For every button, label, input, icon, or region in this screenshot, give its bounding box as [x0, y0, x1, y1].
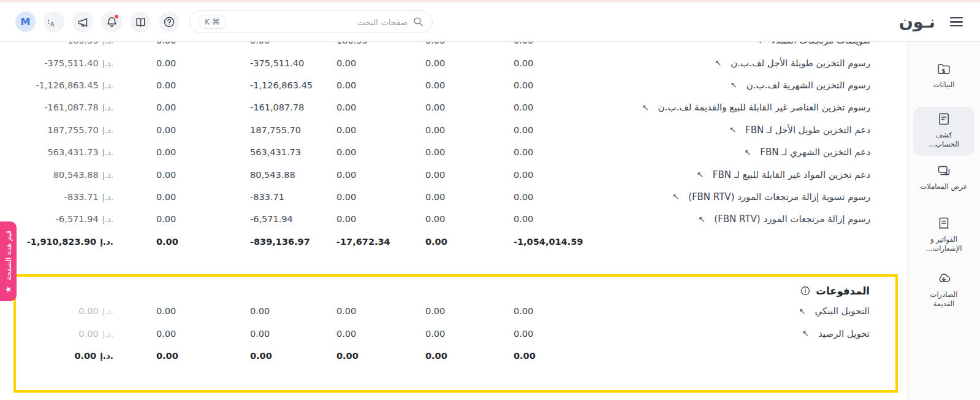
row-link-arrow-icon[interactable]: ↖: [756, 42, 762, 45]
announcements-megaphone-button[interactable]: [72, 12, 93, 33]
info-icon[interactable]: [800, 286, 810, 296]
cell-value: 0.00: [156, 170, 250, 180]
cell-value: 0.00: [425, 42, 514, 45]
row-link-arrow-icon[interactable]: ↖: [715, 58, 721, 67]
cell-value: -375,511.40: [250, 58, 336, 68]
payments-title: المدفوعات: [816, 285, 870, 297]
total-amount: -1,126,863.45: [36, 80, 99, 90]
row-link-arrow-icon[interactable]: ↖: [697, 170, 704, 179]
folder-dollar-icon: $: [936, 61, 951, 76]
notification-dot: [113, 13, 120, 20]
payments-table: التحويل البنكي↖0.000.000.000.000.000.00د…: [16, 300, 895, 367]
topbar: نـون صفحات البحث K ⌘: [0, 2, 980, 42]
svg-text:$: $: [941, 68, 945, 74]
sidebar-item-view-transactions[interactable]: عرض المعاملات: [908, 163, 980, 191]
row-label-text: دعم التخزين الشهري لـ FBN: [760, 147, 870, 158]
cell-value: 0.00: [156, 125, 250, 135]
row-label-text: دعم التخزين طويل الأجل لـ FBN: [745, 125, 870, 136]
sidebar-item-data[interactable]: $ البيانات: [908, 61, 980, 90]
cell-value: 0.00: [336, 214, 425, 224]
total-amount: -161,087.78: [44, 102, 98, 112]
row-link-arrow-icon[interactable]: ↖: [799, 307, 806, 316]
cell-value: 0.00: [514, 351, 582, 361]
table-row: دعم التخزين طويل الأجل لـ FBN↖0.000.000.…: [0, 119, 907, 141]
payments-header: المدفوعات: [16, 284, 895, 300]
cell-value: 0.00: [336, 58, 425, 68]
cell-value: 0.00: [336, 351, 425, 361]
row-label: دعم تخزين المواد غير القابلة للبيع لـ FB…: [582, 169, 870, 180]
cell-value: -1,126,863.45: [250, 80, 336, 90]
help-button[interactable]: [159, 12, 180, 33]
sidebar-item-account-statement[interactable]: كشف الحساب...: [908, 112, 980, 149]
row-label: تعويضات مرتجعات العملاء↖: [582, 42, 870, 46]
cell-value: 0.00: [425, 80, 514, 90]
hamburger-menu-button[interactable]: [948, 15, 965, 29]
cell-value: 0.00: [514, 80, 582, 90]
cell-total-aed: 80,543.88د.إ.: [18, 170, 156, 180]
rate-page-tab[interactable]: قيم هذه الصفحة ★: [0, 221, 17, 301]
cell-total-aed: 563,431.73د.إ.: [18, 147, 156, 157]
translate-icon[interactable]: ẍ A: [44, 12, 64, 33]
table-row: تحويل الرصيد↖0.000.000.000.000.000.00د.إ…: [16, 322, 895, 344]
cell-value: 0.00: [156, 237, 250, 247]
table-row: دعم التخزين الشهري لـ FBN↖0.000.000.0056…: [0, 141, 907, 163]
currency-label: د.إ.: [100, 351, 113, 361]
noon-logo[interactable]: نـون: [899, 12, 935, 31]
total-amount: 0.00: [74, 351, 96, 361]
cell-value: 0.00: [250, 329, 336, 339]
cell-total-aed: 0.00د.إ.: [18, 351, 156, 361]
topbar-icon-cluster: ẍ A M: [15, 12, 180, 33]
row-label: دعم التخزين طويل الأجل لـ FBN↖: [582, 125, 870, 136]
row-label-text: رسوم تخزين العناصر غير القابلة للبيع وال…: [658, 102, 870, 113]
row-link-arrow-icon[interactable]: ↖: [802, 329, 809, 338]
sidebar-item-old-exports[interactable]: الصادرات القديمة: [908, 271, 980, 309]
row-link-arrow-icon[interactable]: ↖: [744, 148, 751, 157]
currency-label: د.إ.: [102, 170, 113, 180]
cell-value: 80,543.88: [250, 170, 336, 180]
currency-label: د.إ.: [102, 192, 113, 202]
total-amount: -375,511.40: [44, 58, 98, 68]
total-amount: 80,543.88: [53, 170, 99, 180]
currency-label: د.إ.: [102, 42, 113, 45]
cell-value: 563,431.73: [250, 147, 336, 157]
row-label-text: رسوم إزالة مرتجعات المورد (FBN RTV): [714, 213, 870, 225]
total-amount: 180.55: [67, 42, 99, 45]
cell-value: 0.00: [156, 102, 250, 112]
cell-value: 0.00: [336, 192, 425, 202]
table-row: رسوم تسوية إزالة مرتجعات المورد (FBN RTV…: [0, 186, 907, 208]
cell-value: 0.00: [336, 125, 425, 135]
cell-value: 0.00: [425, 192, 514, 202]
cell-value: 0.00: [425, 125, 514, 135]
currency-label: د.إ.: [102, 58, 113, 68]
row-link-arrow-icon[interactable]: ↖: [731, 80, 737, 90]
row-link-arrow-icon[interactable]: ↖: [698, 215, 705, 224]
cell-value: 0.00: [514, 58, 582, 68]
search-input[interactable]: صفحات البحث K ⌘: [189, 10, 433, 33]
cell-value: 0.00: [336, 170, 425, 180]
row-link-arrow-icon[interactable]: ↖: [672, 192, 679, 201]
cell-value: 0.00: [514, 147, 582, 157]
total-amount: 0.00: [78, 306, 98, 316]
currency-label: د.إ.: [102, 80, 113, 90]
statement-table: تعويضات مرتجعات العملاء↖0.000.00180.550.…: [0, 42, 907, 253]
row-link-arrow-icon[interactable]: ↖: [642, 103, 649, 112]
notifications-bell-button[interactable]: [101, 12, 122, 33]
cell-value: 0.00: [425, 351, 514, 361]
avatar[interactable]: M: [15, 12, 36, 32]
cell-value: -17,672.34: [336, 237, 425, 247]
cell-value: -6,571.94: [250, 214, 336, 224]
cell-value: 0.00: [250, 306, 336, 316]
currency-label: د.إ.: [102, 306, 113, 316]
table-row: رسوم التخزين الشهرية لف.ب.ن↖0.000.000.00…: [0, 74, 907, 96]
cell-total-aed: -833.71د.إ.: [18, 192, 156, 202]
row-link-arrow-icon[interactable]: ↖: [729, 125, 736, 134]
sidebar-item-invoices-notices[interactable]: الفواتير و الإشعارات...: [908, 216, 980, 253]
row-label: رسوم تسوية إزالة مرتجعات المورد (FBN RTV…: [582, 191, 870, 202]
cell-total-aed: -1,910,823.90د.إ.: [18, 237, 156, 247]
cell-value: 0.00: [514, 42, 582, 45]
row-label: التحويل البنكي↖: [582, 306, 870, 317]
guide-book-button[interactable]: [130, 12, 151, 33]
search-icon: [413, 17, 424, 27]
svg-text:ẍ: ẍ: [48, 17, 50, 25]
currency-label: د.إ.: [102, 125, 113, 135]
